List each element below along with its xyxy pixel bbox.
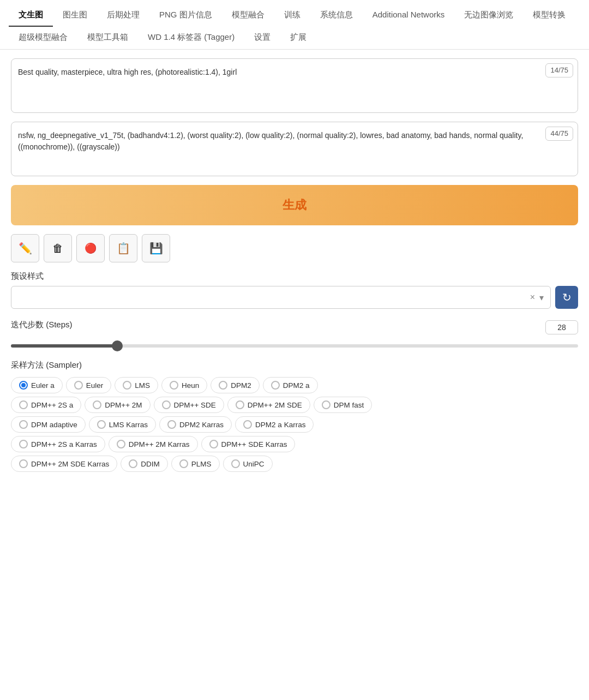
nav-tab-merge[interactable]: 模型融合 — [222, 4, 274, 27]
radio-circle-dpm2_karras — [167, 420, 176, 429]
radio-circle-dpm_fast — [322, 400, 330, 409]
sampler-option-lms_karras[interactable]: LMS Karras — [89, 416, 156, 433]
sampler-option-lms[interactable]: LMS — [115, 377, 158, 393]
positive-prompt-text[interactable]: Best quality, masterpiece, ultra high re… — [18, 64, 571, 78]
preset-dropdown-button[interactable]: ▾ — [537, 290, 546, 305]
nav-tab-sysinfo[interactable]: 系统信息 — [310, 4, 363, 27]
sampler-option-euler[interactable]: Euler — [66, 377, 112, 393]
sampler-row: DPM++ 2S aDPM++ 2MDPM++ SDEDPM++ 2M SDED… — [11, 397, 578, 413]
sampler-option-dpm_adaptive[interactable]: DPM adaptive — [11, 416, 86, 433]
sampler-option-dpmpp_sde[interactable]: DPM++ SDE — [154, 397, 224, 413]
pencil-button[interactable]: ✏️ — [11, 234, 39, 262]
sampler-label-dpm2_a_karras: DPM2 a Karras — [255, 421, 305, 429]
sampler-row: DPM++ 2S a KarrasDPM++ 2M KarrasDPM++ SD… — [11, 436, 578, 452]
radio-circle-dpmpp_sde_karras — [209, 440, 218, 448]
sampler-label-dpmpp_sde_karras: DPM++ SDE Karras — [221, 440, 287, 448]
nav-tabs: 文生图图生图后期处理PNG 图片信息模型融合训练系统信息Additional N… — [0, 0, 589, 50]
nav-tab-postprocess[interactable]: 后期处理 — [97, 4, 149, 27]
steps-header: 迭代步数 (Steps) 28 — [11, 320, 578, 334]
nav-tab-addnets[interactable]: Additional Networks — [363, 4, 455, 27]
sampler-option-dpmpp_2s_a[interactable]: DPM++ 2S a — [11, 397, 81, 413]
preset-section: 预设样式 × ▾ ↻ — [11, 271, 578, 309]
steps-section: 迭代步数 (Steps) 28 — [11, 320, 578, 351]
nav-tab-img2img[interactable]: 图生图 — [53, 4, 97, 27]
radio-circle-ddim — [129, 459, 137, 468]
radio-circle-plms — [179, 459, 188, 468]
sampler-option-dpmpp_2m[interactable]: DPM++ 2M — [85, 397, 150, 413]
nav-tab-toolbox[interactable]: 模型工具箱 — [77, 27, 138, 49]
sampler-label: 采样方法 (Sampler) — [11, 360, 578, 370]
save-button[interactable]: 💾 — [142, 234, 170, 262]
trash-button[interactable]: 🗑 — [44, 234, 72, 262]
sampler-option-plms[interactable]: PLMS — [171, 456, 220, 472]
sampler-option-dpmpp_sde_karras[interactable]: DPM++ SDE Karras — [201, 436, 296, 452]
sampler-label-dpmpp_2s_a: DPM++ 2S a — [31, 401, 73, 409]
clipboard-button[interactable]: 📋 — [109, 234, 137, 262]
nav-tab-supermerge[interactable]: 超级模型融合 — [9, 27, 77, 49]
radio-circle-dpm2 — [219, 381, 227, 390]
radio-circle-lms — [123, 381, 131, 390]
nav-tab-train[interactable]: 训练 — [274, 4, 310, 27]
sampler-option-dpm2[interactable]: DPM2 — [211, 377, 260, 393]
sampler-label-dpm_adaptive: DPM adaptive — [31, 421, 77, 429]
sampler-label-dpmpp_2m: DPM++ 2M — [105, 401, 142, 409]
nav-tab-modelconv[interactable]: 模型转换 — [523, 4, 575, 27]
sampler-label-lms: LMS — [135, 381, 150, 390]
radio-circle-euler_a — [19, 381, 28, 390]
sampler-label-dpm_fast: DPM fast — [334, 401, 364, 409]
preset-reload-button[interactable]: ↻ — [555, 286, 578, 309]
nav-tab-extensions[interactable]: 扩展 — [280, 27, 316, 49]
sampler-option-heun[interactable]: Heun — [161, 377, 207, 393]
sampler-label-dpmpp_2m_karras: DPM++ 2M Karras — [129, 440, 190, 448]
nav-tab-txt2img[interactable]: 文生图 — [9, 4, 53, 27]
sampler-option-dpmpp_2m_karras[interactable]: DPM++ 2M Karras — [109, 436, 198, 452]
steps-slider[interactable] — [11, 344, 578, 348]
sampler-label-dpm2_a: DPM2 a — [283, 381, 310, 390]
generate-button[interactable]: 生成 — [11, 185, 578, 225]
sampler-option-euler_a[interactable]: Euler a — [11, 377, 63, 393]
radio-circle-heun — [170, 381, 178, 390]
negative-token-count: 44/75 — [545, 127, 573, 141]
sampler-label-lms_karras: LMS Karras — [109, 421, 148, 429]
sampler-label-dpmpp_2m_sde: DPM++ 2M SDE — [248, 401, 302, 409]
preset-label: 预设样式 — [11, 271, 578, 282]
sampler-option-ddim[interactable]: DDIM — [121, 456, 168, 472]
radio-circle-euler — [74, 381, 83, 390]
preset-clear-button[interactable]: × — [528, 290, 537, 304]
positive-prompt-box: 14/75 Best quality, masterpiece, ultra h… — [11, 58, 578, 113]
preset-row: × ▾ ↻ — [11, 286, 578, 309]
nav-tab-infinimage[interactable]: 无边图像浏览 — [454, 4, 523, 27]
sampler-label-dpmpp_2s_a_karras: DPM++ 2S a Karras — [31, 440, 97, 448]
negative-prompt-box: 44/75 nsfw, ng_deepnegative_v1_75t, (bad… — [11, 122, 578, 176]
sampler-grid: Euler aEulerLMSHeunDPM2DPM2 aDPM++ 2S aD… — [11, 377, 578, 472]
sampler-row: Euler aEulerLMSHeunDPM2DPM2 a — [11, 377, 578, 393]
radio-circle-dpm_adaptive — [19, 420, 28, 429]
sampler-option-dpmpp_2s_a_karras[interactable]: DPM++ 2S a Karras — [11, 436, 105, 452]
sampler-option-dpmpp_2m_sde[interactable]: DPM++ 2M SDE — [227, 397, 310, 413]
sampler-option-dpm2_karras[interactable]: DPM2 Karras — [159, 416, 232, 433]
sampler-label-dpm2_karras: DPM2 Karras — [179, 421, 224, 429]
sampler-label-dpm2: DPM2 — [231, 381, 251, 390]
icon-toolbar: ✏️ 🗑 🔴 📋 💾 — [11, 234, 578, 262]
nav-tab-tagger[interactable]: WD 1.4 标签器 (Tagger) — [138, 27, 244, 49]
sampler-option-dpm2_a[interactable]: DPM2 a — [263, 377, 318, 393]
nav-tab-pnginfo[interactable]: PNG 图片信息 — [149, 4, 222, 27]
sampler-label-dpmpp_sde: DPM++ SDE — [174, 401, 216, 409]
record-button[interactable]: 🔴 — [76, 234, 105, 262]
radio-circle-dpmpp_2m_sde — [236, 400, 244, 409]
steps-value[interactable]: 28 — [545, 320, 578, 334]
sampler-option-dpm_fast[interactable]: DPM fast — [314, 397, 372, 413]
radio-circle-unipc — [231, 459, 240, 468]
steps-slider-container — [11, 338, 578, 351]
radio-circle-dpmpp_2m_karras — [117, 440, 125, 448]
nav-tab-settings[interactable]: 设置 — [244, 27, 280, 49]
preset-input[interactable] — [16, 293, 528, 302]
sampler-option-unipc[interactable]: UniPC — [223, 456, 273, 472]
sampler-option-dpmpp_2m_sde_karras[interactable]: DPM++ 2M SDE Karras — [11, 456, 117, 472]
sampler-option-dpm2_a_karras[interactable]: DPM2 a Karras — [235, 416, 314, 433]
radio-circle-dpmpp_sde — [162, 400, 171, 409]
sampler-label-heun: Heun — [182, 381, 199, 390]
sampler-label-euler: Euler — [86, 381, 104, 390]
sampler-row: DPM adaptiveLMS KarrasDPM2 KarrasDPM2 a … — [11, 416, 578, 433]
negative-prompt-text[interactable]: nsfw, ng_deepnegative_v1_75t, (badhandv4… — [18, 128, 571, 153]
